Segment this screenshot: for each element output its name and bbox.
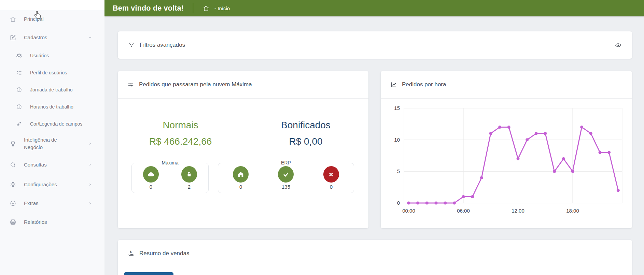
- lightbulb-icon: [10, 140, 16, 147]
- brush-icon: [16, 121, 22, 127]
- normals-label: Normais: [118, 117, 243, 133]
- cloud-icon: [143, 166, 159, 183]
- status-badge: 0: [218, 166, 263, 190]
- sidebar-item-extras[interactable]: Extras: [0, 194, 104, 213]
- sidebar-item-inteligencia-de-negocio[interactable]: Inteligência de Negócio: [0, 132, 104, 155]
- orders-card-title: Pedidos que passaram pela nuvem Máxima: [139, 81, 252, 88]
- header-bar: Bem vindo de volta! - Início: [104, 0, 644, 16]
- sidebar-item-label: Cadastros: [24, 34, 75, 41]
- sidebar-item-principal[interactable]: Principal: [0, 10, 104, 28]
- orders-per-hour-title: Pedidos por hora: [402, 81, 446, 88]
- maxima-group: Máxima 0 2: [131, 160, 209, 193]
- sidebar-item-label: Inteligência de Negócio: [24, 136, 75, 151]
- bonified-column: Bonificados R$ 0,00: [243, 117, 368, 150]
- home-icon: [10, 16, 16, 23]
- svg-text:$: $: [130, 250, 132, 254]
- sidebar-item-label: Horários de trabalho: [30, 103, 73, 111]
- chevron-down-icon: [87, 35, 93, 40]
- normals-column: Normais R$ 466.242,66: [118, 117, 243, 150]
- home-icon[interactable]: [202, 5, 210, 12]
- normals-value: R$ 466.242,66: [118, 133, 243, 150]
- sidebar: Principal Cadastros Usuários Perfil de u…: [0, 0, 104, 275]
- hand-dollar-icon: $: [127, 250, 135, 257]
- chevron-right-icon: [87, 141, 93, 146]
- page-title: Bem vindo de volta!: [113, 4, 184, 13]
- filter-funnel-icon: [128, 42, 135, 48]
- sidebar-item-label: Usuários: [30, 52, 49, 59]
- header-divider: [193, 3, 193, 13]
- users-icon: [16, 53, 22, 59]
- check-icon: [278, 166, 294, 183]
- main-content: Filtros avançados Pedidos que passaram p…: [104, 16, 644, 275]
- gear-icon: [10, 181, 16, 188]
- sidebar-item-label: Cor/Legenda de campos: [30, 120, 82, 128]
- svg-text:06:00: 06:00: [457, 208, 470, 214]
- breadcrumb-label: - Início: [214, 5, 230, 11]
- badge-count: 0: [330, 184, 333, 190]
- orders-per-hour-header: Pedidos por hora: [381, 71, 632, 99]
- chevron-right-icon: [87, 182, 93, 187]
- sidebar-item-cadastros[interactable]: Cadastros: [0, 28, 104, 47]
- sidebar-item-jornada-de-trabalho[interactable]: Jornada de trabalho: [0, 81, 104, 98]
- sidebar-item-perfil-de-usuarios[interactable]: Perfil de usuários: [0, 64, 104, 81]
- svg-text:15: 15: [394, 105, 400, 111]
- orders-card-header: Pedidos que passaram pela nuvem Máxima: [118, 71, 368, 99]
- breadcrumb[interactable]: - Início: [202, 5, 230, 12]
- erp-group: ERP 0 135: [218, 160, 354, 193]
- logo-strip: [0, 0, 104, 10]
- orders-card: Pedidos que passaram pela nuvem Máxima N…: [118, 71, 368, 228]
- badge-count: 2: [188, 184, 191, 190]
- sales-summary-panel: $ Resumo de vendas: [118, 240, 632, 275]
- clock-icon: [16, 104, 22, 110]
- badge-count: 135: [282, 184, 290, 190]
- sidebar-item-consultas[interactable]: Consultas: [0, 155, 104, 175]
- filters-panel: Filtros avançados: [118, 31, 632, 59]
- list-check-icon: [16, 70, 22, 76]
- status-badge: 0: [309, 166, 354, 190]
- x-icon: [323, 166, 339, 183]
- sidebar-item-usuarios[interactable]: Usuários: [0, 47, 104, 64]
- status-badge: 0: [132, 166, 170, 190]
- lock-icon: [181, 166, 197, 183]
- svg-text:0: 0: [397, 200, 400, 206]
- status-badge: 135: [263, 166, 308, 190]
- edit-icon: [10, 34, 16, 41]
- svg-text:18:00: 18:00: [566, 208, 579, 214]
- sidebar-item-relatorios[interactable]: Relatórios: [0, 213, 104, 231]
- sidebar-item-label: Principal: [24, 15, 75, 23]
- sidebar-item-cor-legenda-de-campos[interactable]: Cor/Legenda de campos: [0, 115, 104, 132]
- sidebar-item-label: Relatórios: [24, 218, 75, 226]
- sliders-icon: [127, 81, 134, 88]
- clock-icon: [16, 87, 22, 93]
- printer-icon: [10, 219, 16, 226]
- sidebar-item-horarios-de-trabalho[interactable]: Horários de trabalho: [0, 98, 104, 115]
- sidebar-item-label: Jornada de trabalho: [30, 86, 73, 93]
- chevron-right-icon: [87, 162, 93, 168]
- bonified-label: Bonificados: [243, 117, 368, 133]
- sales-summary-header: $ Resumo de vendas: [118, 240, 632, 267]
- maxima-group-legend: Máxima: [158, 160, 182, 165]
- chevron-right-icon: [87, 201, 93, 206]
- svg-text:10: 10: [394, 137, 400, 143]
- sales-tab-button[interactable]: [124, 272, 173, 275]
- sidebar-item-configuracoes[interactable]: Configurações: [0, 175, 104, 194]
- svg-text:5: 5: [397, 168, 400, 174]
- sidebar-item-label: Perfil de usuários: [30, 69, 67, 76]
- filters-panel-title: Filtros avançados: [140, 42, 185, 48]
- sidebar-item-label: Configurações: [24, 181, 75, 188]
- status-badge: 2: [170, 166, 208, 190]
- search-icon: [10, 161, 16, 168]
- orders-per-hour-card: Pedidos por hora 05101500:0006:0012:0018…: [381, 71, 632, 228]
- plus-circle-icon: [10, 200, 16, 207]
- eye-icon[interactable]: [615, 42, 622, 49]
- sidebar-item-label: Extras: [24, 200, 75, 207]
- erp-group-legend: ERP: [278, 160, 294, 165]
- badge-count: 0: [239, 184, 242, 190]
- house-icon: [233, 166, 249, 183]
- sidebar-item-label: Consultas: [24, 161, 75, 169]
- badge-count: 0: [150, 184, 152, 190]
- sales-summary-title: Resumo de vendas: [139, 250, 189, 257]
- bonified-value: R$ 0,00: [243, 133, 368, 150]
- svg-text:00:00: 00:00: [402, 208, 415, 214]
- orders-per-hour-chart: 05101500:0006:0012:0018:00: [381, 99, 632, 228]
